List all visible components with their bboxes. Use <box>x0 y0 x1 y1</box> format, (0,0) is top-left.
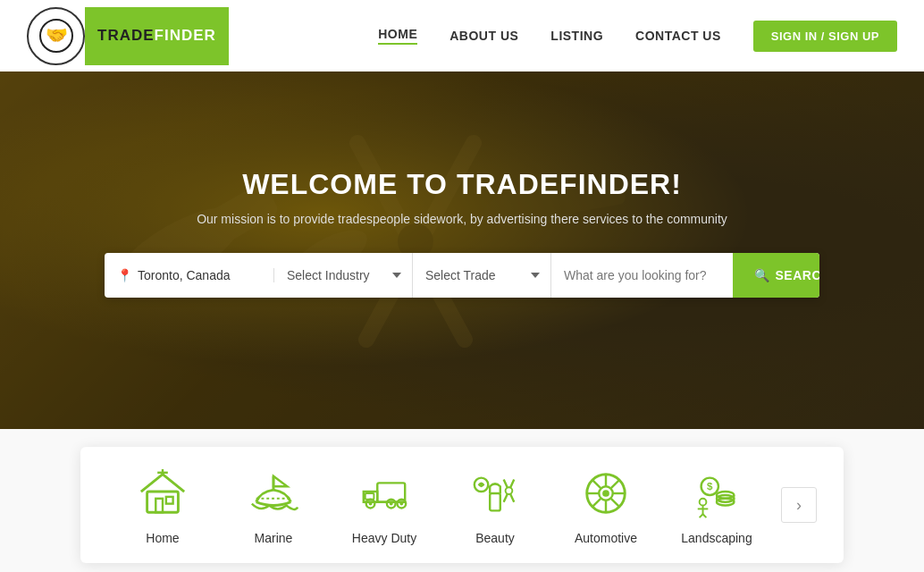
hero-content: WELCOME TO TRADEFINDER! Our mission is t… <box>87 168 837 298</box>
marine-icon <box>245 465 302 522</box>
search-location-input[interactable] <box>138 268 263 282</box>
main-nav: HOME ABOUT US LISTING CONTACT US SIGN IN… <box>378 21 897 52</box>
categories-wrapper: Home Marine <box>80 447 844 563</box>
hero-section: WELCOME TO TRADEFINDER! Our mission is t… <box>0 72 924 429</box>
nav-home[interactable]: HOME <box>378 27 417 45</box>
svg-line-38 <box>611 499 620 508</box>
svg-line-39 <box>611 480 620 489</box>
search-bar: 📍 Select Industry Construction Electrica… <box>105 253 819 298</box>
category-automotive[interactable]: Automotive <box>550 465 661 545</box>
nav-listing[interactable]: LISTING <box>550 29 603 43</box>
category-marine[interactable]: Marine <box>218 465 329 545</box>
landscaping-icon: $ <box>688 465 745 522</box>
search-icon: 🔍 <box>754 268 770 282</box>
hero-title: WELCOME TO TRADEFINDER! <box>105 168 819 201</box>
keyword-input[interactable] <box>551 253 733 298</box>
industry-select[interactable]: Select Industry Construction Electrical … <box>274 253 413 298</box>
beauty-label: Beauty <box>475 531 515 545</box>
logo-icon: 🤝 <box>27 7 85 65</box>
category-landscaping[interactable]: $ Landscaping <box>661 465 772 545</box>
search-button[interactable]: 🔍 SEARCH <box>733 253 819 298</box>
logo-text: TRADEFINDER <box>85 7 229 65</box>
categories-next-button[interactable]: › <box>781 487 817 523</box>
nav-about[interactable]: ABOUT US <box>449 29 518 43</box>
categories-section: Home Marine <box>0 429 924 572</box>
svg-line-40 <box>592 499 601 508</box>
svg-point-29 <box>506 487 513 494</box>
svg-text:$: $ <box>707 480 713 492</box>
search-location-area: 📍 <box>105 268 274 282</box>
heavy-duty-label: Heavy Duty <box>352 531 416 545</box>
svg-rect-26 <box>490 493 500 510</box>
svg-point-49 <box>700 499 707 506</box>
landscaping-label: Landscaping <box>681 531 752 545</box>
home-label: Home <box>146 531 179 545</box>
logo: 🤝 TRADEFINDER <box>27 7 229 65</box>
category-home[interactable]: Home <box>107 465 218 545</box>
category-beauty[interactable]: Beauty <box>440 465 550 545</box>
automotive-icon <box>577 465 634 522</box>
signin-button[interactable]: SIGN IN / SIGN UP <box>753 21 897 52</box>
trade-select[interactable]: Select Trade Carpenter Electrician Plumb… <box>413 253 551 298</box>
svg-line-37 <box>592 480 601 489</box>
heavy-duty-icon <box>356 465 413 522</box>
svg-point-41 <box>602 490 609 497</box>
home-icon <box>134 465 191 522</box>
location-pin-icon: 📍 <box>117 268 132 282</box>
beauty-icon <box>466 465 524 522</box>
marine-label: Marine <box>255 531 293 545</box>
category-heavy-duty[interactable]: Heavy Duty <box>329 465 440 545</box>
svg-rect-12 <box>166 497 173 504</box>
header: 🤝 TRADEFINDER HOME ABOUT US LISTING CONT… <box>0 0 924 72</box>
svg-rect-11 <box>155 499 163 512</box>
svg-text:🤝: 🤝 <box>45 24 67 46</box>
automotive-label: Automotive <box>575 531 637 545</box>
hero-subtitle: Our mission is to provide tradespeople s… <box>194 212 730 226</box>
svg-line-53 <box>703 514 707 517</box>
nav-contact[interactable]: CONTACT US <box>635 29 721 43</box>
